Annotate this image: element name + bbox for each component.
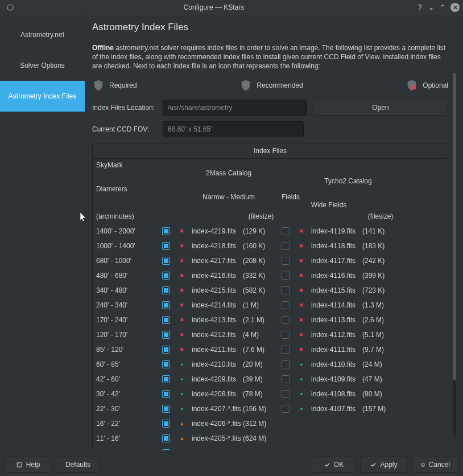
sidebar-item-1[interactable]: Solver Options [0,50,85,81]
close-icon[interactable]: ✕ [450,3,460,12]
table-row: 60' - 85' ● index-4210.fits (20 M) ● ind… [96,357,444,372]
cancel-button[interactable]: Cancel [412,457,458,473]
chevron-up-icon[interactable]: ⌃ [438,3,447,12]
table-row: 8' - 11' ▲ index-4204-*.fits (1.2 G) [96,446,444,450]
checkbox-tycho[interactable] [282,390,290,398]
legend-recommended-label: Recommended [257,81,303,89]
status-x-icon: ✖ [178,257,186,265]
desc-text: astrometry.net solver requires index fil… [92,44,445,70]
open-button[interactable]: Open [313,100,448,116]
status-ok-icon: ● [178,390,186,398]
scrollbar-thumb[interactable] [453,73,456,380]
chevron-down-icon[interactable]: ⌄ [427,3,436,12]
checkbox-2mass[interactable] [162,286,170,294]
table-row: 1400' - 2000' ✖ index-4219.fits (129 K) … [96,224,444,239]
status-ok-icon: ● [178,375,186,383]
defaults-button[interactable]: Defaults [56,457,100,473]
page-title: Astrometry Index Files [92,22,456,33]
status-x-icon: ✖ [178,346,186,354]
checkbox-2mass[interactable] [162,331,170,339]
checkbox-2mass[interactable] [162,449,170,450]
footer: Help Defaults OK Apply Cancel [0,453,463,476]
status-ok-icon: ● [297,360,305,368]
help-button[interactable]: Help [5,457,51,473]
window-title: Configure — KStars [15,3,413,11]
checkbox-2mass[interactable] [162,405,170,413]
table-row: 480' - 680' ✖ index-4216.fits (332 K) ✖ … [96,268,444,283]
svg-rect-2 [17,462,22,467]
checkbox-2mass[interactable] [162,316,170,324]
checkbox-tycho[interactable] [282,242,290,250]
status-warn-icon: ▲ [178,449,186,450]
checkbox-2mass[interactable] [162,242,170,250]
status-x-icon: ✖ [297,301,305,309]
checkbox-tycho[interactable] [282,316,290,324]
apply-button[interactable]: Apply [361,457,407,473]
checkbox-2mass[interactable] [162,375,170,383]
status-ok-icon: ● [297,390,305,398]
table-row: 16' - 22' ▲ index-4206-*.fits (312 M) [96,416,444,431]
checkbox-tycho[interactable] [282,257,290,265]
checkbox-tycho[interactable] [282,331,290,339]
status-ok-icon: ● [178,360,186,368]
fov-input[interactable] [163,121,304,137]
status-ok-icon: ● [178,405,186,413]
app-icon [6,3,15,12]
scrollbar[interactable] [453,73,456,437]
status-x-icon: ✖ [178,331,186,339]
svg-point-0 [7,5,14,11]
checkbox-2mass[interactable] [162,420,170,428]
svg-point-1 [412,85,416,89]
location-input[interactable] [163,100,307,116]
checkbox-tycho[interactable] [282,272,290,280]
table-row: 85' - 120' ✖ index-4211.fits (7.6 M) ✖ i… [96,342,444,357]
panel-title: Index Files [93,143,448,159]
checkbox-tycho[interactable] [282,346,290,354]
checkbox-2mass[interactable] [162,272,170,280]
table-row: 30' - 42' ● index-4208.fits (78 M) ● ind… [96,387,444,401]
table-row: 680' - 1000' ✖ index-4217.fits (208 K) ✖… [96,253,444,268]
status-x-icon: ✖ [297,346,305,354]
status-x-icon: ✖ [178,316,186,324]
checkbox-2mass[interactable] [162,360,170,368]
table-row: 22' - 30' ● index-4207-*.fits (156 M) ● … [96,401,444,416]
checkbox-2mass[interactable] [162,346,170,354]
checkbox-tycho[interactable] [282,375,290,383]
checkbox-2mass[interactable] [162,257,170,265]
table-header: SkyMark 2Mass Catalog Tycho2 Catalog [96,161,444,185]
checkbox-tycho[interactable] [282,227,290,235]
legend-optional-label: Optional [423,81,448,89]
status-x-icon: ✖ [297,272,305,280]
table-row: 11' - 16' ▲ index-4205-*.fits (624 M) [96,431,444,446]
status-x-icon: ✖ [297,242,305,250]
sidebar-item-2[interactable]: Astrometry Index Files [0,81,85,112]
checkbox-tycho[interactable] [282,405,290,413]
checkbox-2mass[interactable] [162,301,170,309]
shield-recommended-icon [239,79,252,92]
ok-button[interactable]: OK [312,457,356,473]
sidebar: Astrometry.netSolver OptionsAstrometry I… [0,15,85,453]
index-files-panel: Index Files SkyMark 2Mass Catalog Tycho2… [92,143,448,450]
table-row: 42' - 60' ● index-4209.fits (39 M) ● ind… [96,372,444,387]
help-icon[interactable]: ? [415,3,424,12]
legend-required-label: Required [109,81,137,89]
checkbox-2mass[interactable] [162,227,170,235]
shield-required-icon [92,79,105,92]
status-x-icon: ✖ [297,227,305,235]
status-x-icon: ✖ [297,286,305,294]
table-header: Diameters Narrow - Medium Fields Wide Fi… [96,185,444,209]
legend-row: Required Recommended Optional [92,79,456,92]
status-x-icon: ✖ [178,272,186,280]
table-row: 240' - 340' ✖ index-4214.fits (1 M) ✖ in… [96,298,444,313]
fov-label: Current CCD FOV: [92,125,157,133]
table-header: (arcminutes) (filesize) (filesize) [96,209,444,224]
checkbox-2mass[interactable] [162,434,170,442]
status-x-icon: ✖ [178,242,186,250]
sidebar-item-0[interactable]: Astrometry.net [0,19,85,50]
checkbox-tycho[interactable] [282,360,290,368]
checkbox-2mass[interactable] [162,390,170,398]
checkbox-tycho[interactable] [282,301,290,309]
table-row: 1000' - 1400' ✖ index-4218.fits (160 K) … [96,239,444,253]
checkbox-tycho[interactable] [282,286,290,294]
titlebar: Configure — KStars ? ⌄ ⌃ ✕ [0,0,463,15]
